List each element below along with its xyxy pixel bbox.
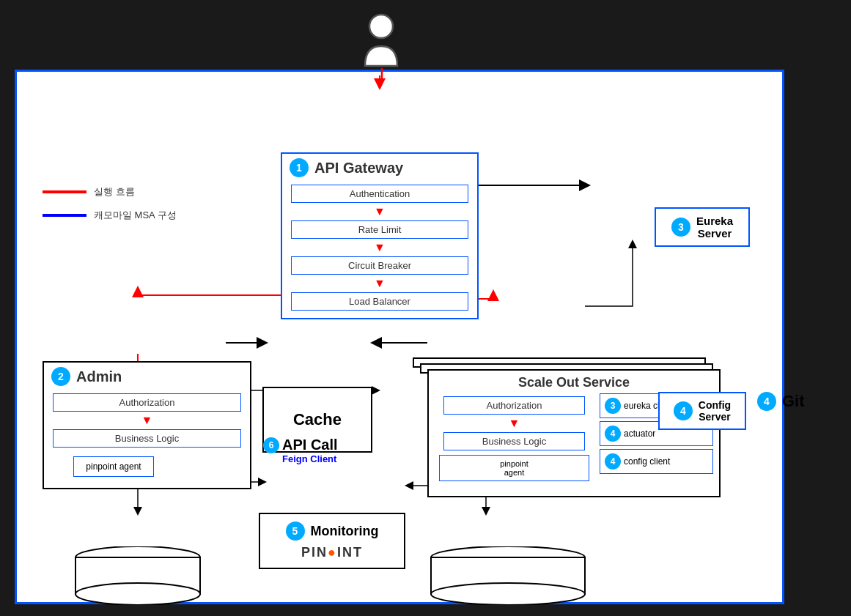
person-to-gateway-arrow (378, 68, 386, 86)
scale-pinpoint: pinpointagent (439, 455, 589, 481)
rate-limit-box: Rate Limit (291, 220, 468, 239)
api-call-row: 6 API Call (263, 437, 338, 453)
monitoring-title: Monitoring (311, 524, 379, 539)
scale-out-outer1: Scale Out Service Authorization ▼ Busine… (427, 369, 721, 497)
actuator-num: 4 (605, 426, 621, 442)
api-call-num: 6 (263, 437, 279, 453)
api-gateway-title: API Gateway (314, 160, 403, 177)
load-balancer-box: Load Balancer (291, 292, 468, 311)
admin-pinpoint: pinpoint agent (73, 456, 154, 477)
scale-out-title: Scale Out Service (429, 371, 719, 393)
eureka-box: 3 EurekaServer (655, 207, 750, 247)
main-canvas: 실행 흐름 캐모마일 MSA 구성 1 API Gateway Authenti… (15, 70, 784, 604)
admin-box: 2 Admin Authorization ▼ Business Logic p… (43, 361, 251, 489)
pinpoint-brand: PIN●INT (268, 545, 397, 560)
db-admin (72, 546, 204, 608)
svg-point-12 (75, 583, 200, 605)
api-gateway-num: 1 (290, 158, 309, 177)
person-svg (359, 13, 403, 68)
authentication-box: Authentication (291, 185, 468, 203)
legend: 실행 흐름 캐모마일 MSA 구성 (43, 185, 177, 232)
svg-point-16 (369, 15, 393, 38)
svg-marker-18 (378, 78, 386, 83)
api-call-title: API Call (282, 437, 338, 453)
admin-authorization: Authorization (53, 393, 241, 412)
circuit-breaker-box: Circuit Breaker (291, 256, 468, 275)
scale-authorization: Authorization (443, 396, 585, 415)
config-title: ConfigServer (699, 399, 731, 423)
monitoring-num: 5 (286, 522, 305, 541)
feign-label: Feign Client (282, 453, 338, 464)
arrow-rate-circuit: ▼ (282, 242, 477, 253)
config-client-num: 4 (605, 453, 621, 470)
git-container: 4 Git (757, 392, 805, 411)
admin-business-logic: Business Logic (53, 429, 241, 448)
db-admin-svg (72, 546, 204, 605)
legend-red-text: 실행 흐름 (94, 185, 135, 198)
legend-blue-text: 캐모마일 MSA 구성 (94, 209, 177, 222)
admin-num: 2 (51, 367, 70, 386)
eureka-num: 3 (671, 218, 690, 237)
arrow-circuit-lb: ▼ (282, 278, 477, 289)
svg-point-15 (431, 583, 585, 605)
cache-title: Cache (293, 410, 342, 428)
git-title: Git (782, 392, 805, 411)
api-call-container: 6 API Call Feign Client (263, 437, 338, 464)
db-scale-svg (427, 546, 589, 605)
admin-title: Admin (76, 368, 122, 385)
legend-red-line (43, 190, 86, 193)
person-icon-container (359, 13, 403, 68)
api-gateway-box: 1 API Gateway Authentication ▼ Rate Limi… (281, 152, 479, 319)
eureka-title: EurekaServer (696, 215, 733, 240)
db-scale (427, 546, 589, 608)
legend-red: 실행 흐름 (43, 185, 177, 198)
admin-arrow1: ▼ (44, 415, 250, 426)
legend-blue-line (43, 214, 86, 217)
config-box: 4 ConfigServer (658, 392, 746, 430)
eureka-client-num: 3 (605, 398, 621, 414)
monitoring-box: 5 Monitoring PIN●INT (259, 513, 405, 569)
scale-config-client: 4 config client (600, 449, 713, 474)
git-num: 4 (757, 392, 776, 411)
legend-blue: 캐모마일 MSA 구성 (43, 209, 177, 222)
arrow-auth-rate: ▼ (282, 206, 477, 218)
scale-business-logic: Business Logic (443, 432, 585, 450)
scale-arrow1: ▼ (435, 418, 594, 429)
config-num: 4 (674, 401, 693, 420)
